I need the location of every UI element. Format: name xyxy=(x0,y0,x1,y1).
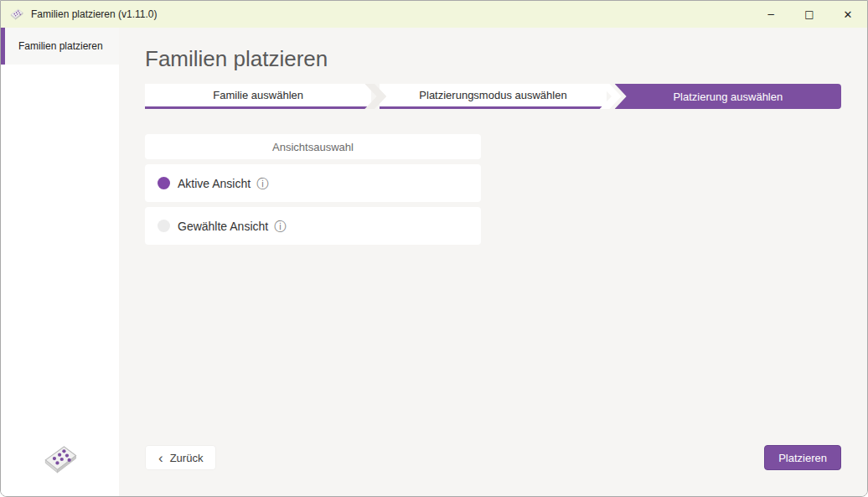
window-title: Familien platzieren (v1.11.0) xyxy=(31,8,158,20)
option-aktive-ansicht[interactable]: Aktive Ansicht ⓘ xyxy=(145,164,481,202)
step-separator xyxy=(600,84,622,109)
window-controls: − □ ✕ xyxy=(752,1,867,28)
sidebar-item-familien-platzieren[interactable]: Familien platzieren xyxy=(1,28,119,65)
info-icon[interactable]: ⓘ xyxy=(274,220,286,232)
step-separator xyxy=(364,84,386,109)
radio-selected-icon[interactable] xyxy=(158,177,170,189)
app-icon xyxy=(9,8,24,21)
chevron-left-icon: ‹ xyxy=(158,451,163,465)
wizard-step-label: Platzierungsmodus auswählen xyxy=(419,89,566,101)
option-gewaehlte-ansicht[interactable]: Gewählte Ansicht ⓘ xyxy=(145,207,481,245)
info-icon[interactable]: ⓘ xyxy=(256,178,268,189)
back-button[interactable]: ‹ Zurück xyxy=(145,445,216,470)
sidebar-item-label: Familien platzieren xyxy=(18,40,103,52)
footer-actions: ‹ Zurück Platzieren xyxy=(145,445,841,470)
main-content: Familien platzieren Familie auswählen Pl… xyxy=(119,28,867,496)
option-label: Aktive Ansicht xyxy=(178,177,251,190)
radio-unselected-icon[interactable] xyxy=(158,220,170,232)
back-button-label: Zurück xyxy=(170,452,204,464)
view-selection-section: Ansichtsauswahl Aktive Ansicht ⓘ Gewählt… xyxy=(145,134,481,245)
view-selection-title: Ansichtsauswahl xyxy=(272,141,354,153)
wizard-step-label: Familie auswählen xyxy=(213,89,303,101)
chevron-right-icon xyxy=(600,84,622,109)
view-selection-header: Ansichtsauswahl xyxy=(145,134,481,159)
chevron-right-icon xyxy=(364,84,386,109)
platzieren-button-label: Platzieren xyxy=(778,452,827,464)
wizard-step-label: Platzierung auswählen xyxy=(673,91,783,103)
title-bar: Familien platzieren (v1.11.0) − □ ✕ xyxy=(1,1,867,28)
sidebar: Familien platzieren xyxy=(1,28,119,496)
wizard-step-platzierung-auswaehlen[interactable]: Platzierung auswählen xyxy=(615,84,841,109)
minimize-button[interactable]: − xyxy=(752,1,790,28)
close-button[interactable]: ✕ xyxy=(829,1,867,28)
option-label: Gewählte Ansicht xyxy=(178,220,268,233)
wizard-step-platzierungsmodus-auswaehlen[interactable]: Platzierungsmodus auswählen xyxy=(380,84,606,109)
wizard-step-familie-auswaehlen[interactable]: Familie auswählen xyxy=(145,84,371,109)
page-title: Familien platzieren xyxy=(145,46,841,72)
app-window: Familien platzieren (v1.11.0) − □ ✕ Fami… xyxy=(0,0,868,497)
platzieren-button[interactable]: Platzieren xyxy=(764,445,841,470)
tile-logo-icon xyxy=(41,443,80,476)
maximize-button[interactable]: □ xyxy=(790,1,829,28)
wizard-steps: Familie auswählen Platzierungsmodus ausw… xyxy=(145,84,841,109)
